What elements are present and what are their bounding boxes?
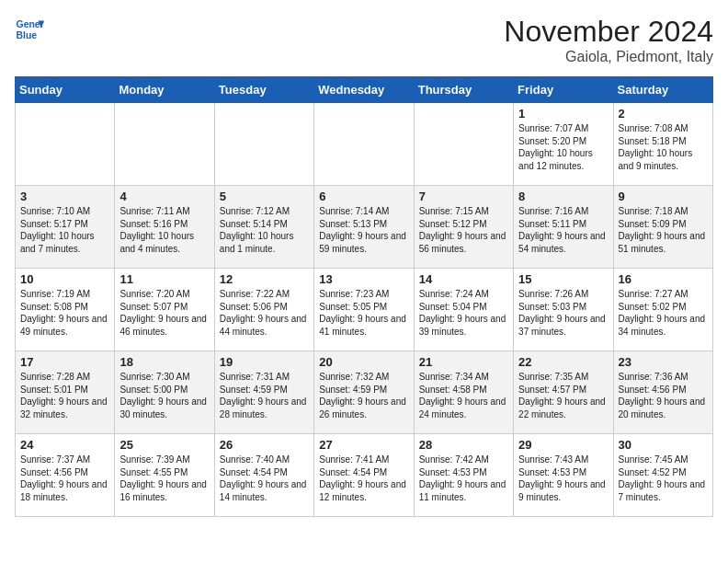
calendar-cell: 16Sunrise: 7:27 AM Sunset: 5:02 PM Dayli… bbox=[613, 269, 712, 351]
day-info: Sunrise: 7:32 AM Sunset: 4:59 PM Dayligh… bbox=[319, 371, 408, 420]
day-number: 28 bbox=[419, 438, 508, 452]
day-number: 21 bbox=[419, 355, 508, 369]
day-info: Sunrise: 7:11 AM Sunset: 5:16 PM Dayligh… bbox=[119, 205, 209, 255]
day-info: Sunrise: 7:16 AM Sunset: 5:11 PM Dayligh… bbox=[518, 205, 608, 255]
day-info: Sunrise: 7:45 AM Sunset: 4:52 PM Dayligh… bbox=[619, 454, 708, 503]
calendar-cell: 26Sunrise: 7:40 AM Sunset: 4:54 PM Dayli… bbox=[214, 434, 313, 517]
week-row-3: 10Sunrise: 7:19 AM Sunset: 5:08 PM Dayli… bbox=[16, 269, 713, 351]
day-info: Sunrise: 7:43 AM Sunset: 4:53 PM Dayligh… bbox=[518, 454, 608, 503]
calendar-cell: 24Sunrise: 7:37 AM Sunset: 4:56 PM Dayli… bbox=[16, 434, 115, 517]
day-info: Sunrise: 7:27 AM Sunset: 5:02 PM Dayligh… bbox=[619, 288, 708, 338]
weekday-header-friday: Friday bbox=[514, 77, 613, 103]
calendar-cell: 25Sunrise: 7:39 AM Sunset: 4:55 PM Dayli… bbox=[115, 434, 214, 517]
day-info: Sunrise: 7:39 AM Sunset: 4:55 PM Dayligh… bbox=[119, 454, 209, 503]
day-info: Sunrise: 7:14 AM Sunset: 5:13 PM Dayligh… bbox=[319, 205, 408, 255]
day-info: Sunrise: 7:31 AM Sunset: 4:59 PM Dayligh… bbox=[220, 371, 309, 420]
day-number: 18 bbox=[119, 355, 209, 369]
day-number: 19 bbox=[220, 355, 309, 369]
day-info: Sunrise: 7:22 AM Sunset: 5:06 PM Dayligh… bbox=[220, 288, 309, 338]
weekday-header-sunday: Sunday bbox=[16, 77, 115, 103]
calendar-cell bbox=[16, 103, 115, 186]
day-info: Sunrise: 7:08 AM Sunset: 5:18 PM Dayligh… bbox=[619, 122, 708, 172]
calendar-cell: 15Sunrise: 7:26 AM Sunset: 5:03 PM Dayli… bbox=[514, 269, 613, 351]
day-info: Sunrise: 7:18 AM Sunset: 5:09 PM Dayligh… bbox=[619, 205, 708, 255]
calendar-cell: 13Sunrise: 7:23 AM Sunset: 5:05 PM Dayli… bbox=[314, 269, 414, 351]
calendar-cell: 29Sunrise: 7:43 AM Sunset: 4:53 PM Dayli… bbox=[514, 434, 613, 517]
day-number: 4 bbox=[119, 190, 209, 203]
title-block: November 2024 Gaiola, Piedmont, Italy bbox=[504, 15, 713, 65]
day-info: Sunrise: 7:26 AM Sunset: 5:03 PM Dayligh… bbox=[518, 288, 608, 338]
week-row-5: 24Sunrise: 7:37 AM Sunset: 4:56 PM Dayli… bbox=[16, 434, 713, 517]
day-info: Sunrise: 7:10 AM Sunset: 5:17 PM Dayligh… bbox=[20, 205, 109, 255]
day-number: 26 bbox=[220, 438, 309, 452]
logo-icon: General Blue bbox=[15, 15, 44, 44]
day-number: 3 bbox=[20, 190, 109, 203]
day-info: Sunrise: 7:30 AM Sunset: 5:00 PM Dayligh… bbox=[119, 371, 209, 420]
logo: General Blue bbox=[15, 15, 44, 44]
day-number: 10 bbox=[20, 272, 109, 286]
day-info: Sunrise: 7:28 AM Sunset: 5:01 PM Dayligh… bbox=[20, 371, 109, 420]
day-info: Sunrise: 7:36 AM Sunset: 4:56 PM Dayligh… bbox=[619, 371, 708, 420]
calendar-cell: 11Sunrise: 7:20 AM Sunset: 5:07 PM Dayli… bbox=[115, 269, 214, 351]
page-header: General Blue November 2024 Gaiola, Piedm… bbox=[15, 15, 713, 65]
day-number: 2 bbox=[619, 107, 708, 121]
day-number: 16 bbox=[619, 272, 708, 286]
day-number: 22 bbox=[518, 355, 608, 369]
day-info: Sunrise: 7:34 AM Sunset: 4:58 PM Dayligh… bbox=[419, 371, 508, 420]
day-number: 27 bbox=[319, 438, 408, 452]
day-number: 20 bbox=[319, 355, 408, 369]
calendar-cell bbox=[314, 103, 414, 186]
calendar-cell: 7Sunrise: 7:15 AM Sunset: 5:12 PM Daylig… bbox=[414, 186, 513, 269]
calendar-cell: 9Sunrise: 7:18 AM Sunset: 5:09 PM Daylig… bbox=[613, 186, 712, 269]
weekday-header-tuesday: Tuesday bbox=[214, 77, 313, 103]
calendar-cell: 27Sunrise: 7:41 AM Sunset: 4:54 PM Dayli… bbox=[314, 434, 414, 517]
day-info: Sunrise: 7:12 AM Sunset: 5:14 PM Dayligh… bbox=[220, 205, 309, 255]
day-number: 23 bbox=[619, 355, 708, 369]
day-info: Sunrise: 7:20 AM Sunset: 5:07 PM Dayligh… bbox=[119, 288, 209, 338]
calendar-cell: 6Sunrise: 7:14 AM Sunset: 5:13 PM Daylig… bbox=[314, 186, 414, 269]
day-info: Sunrise: 7:23 AM Sunset: 5:05 PM Dayligh… bbox=[319, 288, 408, 338]
day-info: Sunrise: 7:19 AM Sunset: 5:08 PM Dayligh… bbox=[20, 288, 109, 338]
calendar-cell: 21Sunrise: 7:34 AM Sunset: 4:58 PM Dayli… bbox=[414, 351, 513, 434]
day-number: 17 bbox=[20, 355, 109, 369]
calendar-cell: 2Sunrise: 7:08 AM Sunset: 5:18 PM Daylig… bbox=[613, 103, 712, 186]
day-number: 6 bbox=[319, 190, 408, 203]
week-row-2: 3Sunrise: 7:10 AM Sunset: 5:17 PM Daylig… bbox=[16, 186, 713, 269]
calendar-cell: 12Sunrise: 7:22 AM Sunset: 5:06 PM Dayli… bbox=[214, 269, 313, 351]
day-number: 1 bbox=[518, 107, 608, 121]
weekday-header-thursday: Thursday bbox=[414, 77, 513, 103]
calendar-cell: 3Sunrise: 7:10 AM Sunset: 5:17 PM Daylig… bbox=[16, 186, 115, 269]
calendar-cell: 17Sunrise: 7:28 AM Sunset: 5:01 PM Dayli… bbox=[16, 351, 115, 434]
day-info: Sunrise: 7:24 AM Sunset: 5:04 PM Dayligh… bbox=[419, 288, 508, 338]
day-info: Sunrise: 7:42 AM Sunset: 4:53 PM Dayligh… bbox=[419, 454, 508, 503]
calendar-cell: 23Sunrise: 7:36 AM Sunset: 4:56 PM Dayli… bbox=[613, 351, 712, 434]
day-number: 11 bbox=[119, 272, 209, 286]
weekday-header-wednesday: Wednesday bbox=[314, 77, 414, 103]
day-number: 7 bbox=[419, 190, 508, 203]
calendar-cell: 30Sunrise: 7:45 AM Sunset: 4:52 PM Dayli… bbox=[613, 434, 712, 517]
weekday-header-monday: Monday bbox=[115, 77, 214, 103]
month-title: November 2024 bbox=[504, 15, 713, 49]
calendar-cell: 19Sunrise: 7:31 AM Sunset: 4:59 PM Dayli… bbox=[214, 351, 313, 434]
day-number: 25 bbox=[119, 438, 209, 452]
day-info: Sunrise: 7:41 AM Sunset: 4:54 PM Dayligh… bbox=[319, 454, 408, 503]
weekday-header-saturday: Saturday bbox=[613, 77, 712, 103]
day-info: Sunrise: 7:37 AM Sunset: 4:56 PM Dayligh… bbox=[20, 454, 109, 503]
day-number: 12 bbox=[220, 272, 309, 286]
calendar-cell bbox=[115, 103, 214, 186]
day-info: Sunrise: 7:07 AM Sunset: 5:20 PM Dayligh… bbox=[518, 122, 608, 172]
day-info: Sunrise: 7:40 AM Sunset: 4:54 PM Dayligh… bbox=[220, 454, 309, 503]
day-number: 29 bbox=[518, 438, 608, 452]
day-number: 15 bbox=[518, 272, 608, 286]
calendar-cell: 18Sunrise: 7:30 AM Sunset: 5:00 PM Dayli… bbox=[115, 351, 214, 434]
week-row-4: 17Sunrise: 7:28 AM Sunset: 5:01 PM Dayli… bbox=[16, 351, 713, 434]
day-number: 14 bbox=[419, 272, 508, 286]
svg-text:Blue: Blue bbox=[17, 30, 38, 40]
calendar-cell: 4Sunrise: 7:11 AM Sunset: 5:16 PM Daylig… bbox=[115, 186, 214, 269]
calendar-cell bbox=[414, 103, 513, 186]
calendar-cell: 5Sunrise: 7:12 AM Sunset: 5:14 PM Daylig… bbox=[214, 186, 313, 269]
weekday-header-row: SundayMondayTuesdayWednesdayThursdayFrid… bbox=[16, 77, 713, 103]
calendar-cell: 1Sunrise: 7:07 AM Sunset: 5:20 PM Daylig… bbox=[514, 103, 613, 186]
day-info: Sunrise: 7:15 AM Sunset: 5:12 PM Dayligh… bbox=[419, 205, 508, 255]
calendar-table: SundayMondayTuesdayWednesdayThursdayFrid… bbox=[15, 76, 713, 517]
